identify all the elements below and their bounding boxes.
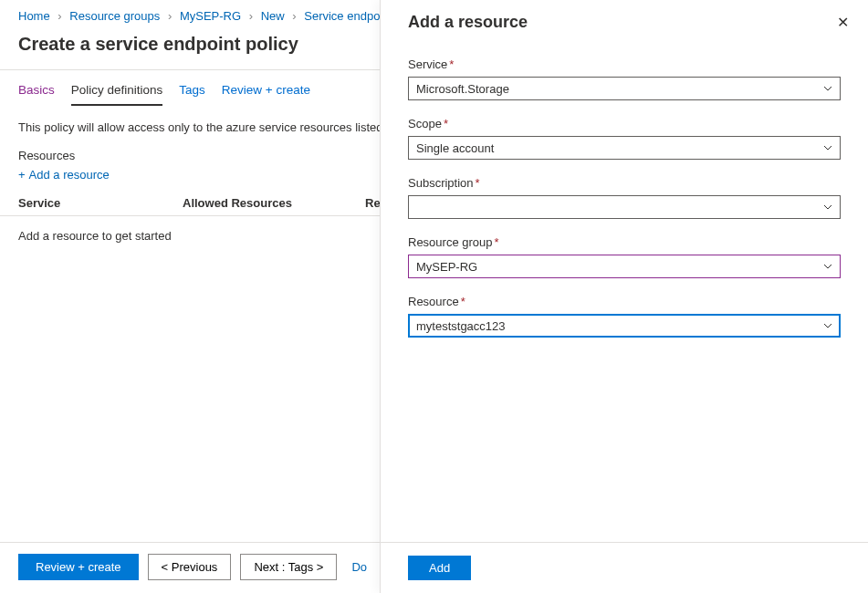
chevron-right-icon: › [58, 9, 61, 23]
tab-review-create[interactable]: Review + create [222, 83, 310, 106]
col-service: Service [18, 196, 183, 210]
next-button[interactable]: Next : Tags > [240, 554, 337, 580]
col-allowed: Allowed Resources [183, 196, 365, 210]
chevron-down-icon [822, 142, 833, 153]
plus-icon: + [18, 168, 26, 182]
field-subscription: Subscription* [408, 176, 841, 219]
tab-policy-definitions[interactable]: Policy definitions [71, 83, 163, 106]
resource-group-value: MySEP-RG [416, 260, 477, 274]
chevron-down-icon [822, 83, 833, 94]
flyout-header: Add a resource ✕ [381, 0, 868, 57]
required-icon: * [444, 117, 448, 130]
resource-label-text: Resource [408, 295, 459, 308]
subscription-label-text: Subscription [408, 176, 474, 190]
tab-basics[interactable]: Basics [18, 83, 55, 106]
resource-select[interactable]: myteststgacc123 [408, 314, 841, 338]
service-select[interactable]: Microsoft.Storage [408, 77, 841, 100]
flyout-footer: Add [381, 542, 868, 593]
breadcrumb-new[interactable]: New [261, 9, 285, 23]
subscription-label: Subscription* [408, 176, 841, 190]
breadcrumb-home[interactable]: Home [18, 9, 50, 23]
breadcrumb-sep[interactable]: Service endpoi [304, 9, 382, 23]
service-label: Service* [408, 57, 841, 71]
scope-label: Scope* [408, 117, 841, 130]
resource-group-label: Resource group* [408, 235, 841, 249]
review-create-button[interactable]: Review + create [18, 554, 139, 580]
required-icon: * [476, 176, 480, 190]
field-scope: Scope* Single account [408, 117, 841, 160]
breadcrumb-rg[interactable]: Resource groups [69, 9, 160, 23]
resource-label: Resource* [408, 295, 841, 308]
resource-value: myteststgacc123 [416, 319, 506, 333]
previous-button[interactable]: < Previous [148, 554, 232, 580]
required-icon: * [461, 295, 465, 308]
field-resource: Resource* myteststgacc123 [408, 295, 841, 338]
service-label-text: Service [408, 57, 447, 71]
download-link[interactable]: Do [351, 560, 367, 574]
add-resource-flyout: Add a resource ✕ Service* Microsoft.Stor… [380, 0, 868, 593]
breadcrumb-mysep[interactable]: MySEP-RG [180, 9, 241, 23]
resource-group-label-text: Resource group [408, 235, 493, 249]
scope-label-text: Scope [408, 117, 442, 130]
service-value: Microsoft.Storage [416, 82, 509, 96]
close-icon[interactable]: ✕ [833, 14, 852, 31]
add-resource-label: Add a resource [29, 168, 110, 182]
add-button[interactable]: Add [408, 556, 471, 580]
chevron-down-icon [822, 261, 833, 272]
field-service: Service* Microsoft.Storage [408, 57, 841, 100]
chevron-down-icon [822, 202, 833, 213]
flyout-title: Add a resource [408, 13, 528, 32]
subscription-select[interactable] [408, 195, 841, 219]
resource-group-select[interactable]: MySEP-RG [408, 255, 841, 278]
required-icon: * [495, 235, 499, 249]
field-resource-group: Resource group* MySEP-RG [408, 235, 841, 278]
chevron-right-icon: › [292, 9, 296, 23]
flyout-body: Service* Microsoft.Storage Scope* Single… [381, 57, 868, 542]
tab-tags[interactable]: Tags [179, 83, 205, 106]
required-icon: * [449, 57, 454, 71]
chevron-right-icon: › [168, 9, 172, 23]
chevron-right-icon: › [249, 9, 253, 23]
scope-value: Single account [416, 141, 494, 155]
scope-select[interactable]: Single account [408, 136, 841, 160]
chevron-down-icon [822, 320, 833, 331]
